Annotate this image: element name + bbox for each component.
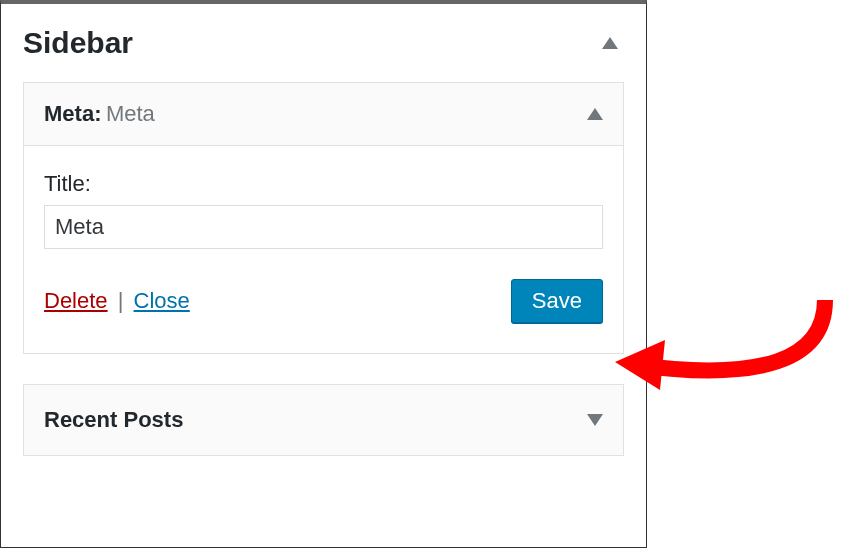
widget-title: Recent Posts bbox=[44, 407, 183, 433]
widget-subtitle: Meta bbox=[106, 101, 155, 126]
close-link[interactable]: Close bbox=[134, 288, 190, 313]
widget-title-group: Meta: Meta bbox=[44, 101, 155, 127]
title-label: Title: bbox=[44, 171, 603, 197]
widget-actions: Delete | Close Save bbox=[44, 279, 603, 323]
widget-header-collapsed[interactable]: Recent Posts bbox=[24, 385, 623, 455]
action-links: Delete | Close bbox=[44, 288, 190, 314]
save-button[interactable]: Save bbox=[511, 279, 603, 323]
sidebar-panel: Sidebar Meta: Meta Title: Delete | Close… bbox=[0, 0, 647, 548]
expand-down-icon[interactable] bbox=[587, 414, 603, 426]
collapse-up-icon[interactable] bbox=[602, 37, 618, 49]
delete-link[interactable]: Delete bbox=[44, 288, 108, 313]
title-input[interactable] bbox=[44, 205, 603, 249]
link-separator: | bbox=[118, 288, 130, 313]
widget-meta: Meta: Meta Title: Delete | Close Save bbox=[23, 82, 624, 354]
sidebar-header[interactable]: Sidebar bbox=[1, 4, 646, 82]
widget-recent-posts: Recent Posts bbox=[23, 384, 624, 456]
widget-header[interactable]: Meta: Meta bbox=[24, 83, 623, 146]
widget-name: Meta: bbox=[44, 101, 101, 126]
sidebar-title: Sidebar bbox=[23, 26, 133, 60]
widget-body: Title: Delete | Close Save bbox=[24, 146, 623, 353]
collapse-up-icon[interactable] bbox=[587, 108, 603, 120]
